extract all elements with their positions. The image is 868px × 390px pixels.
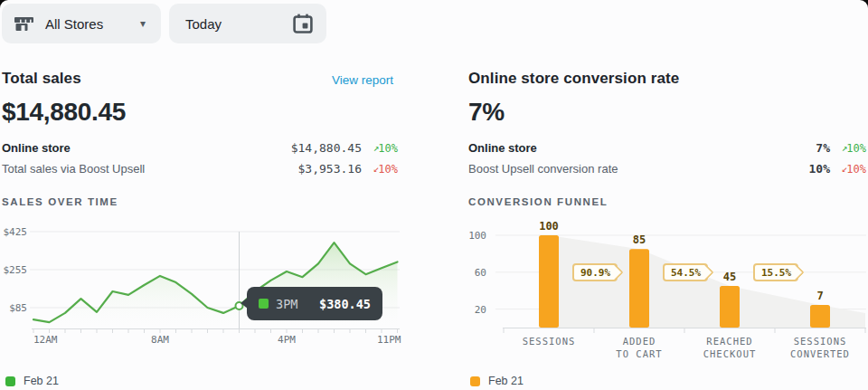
funnel-bar xyxy=(810,305,830,328)
category-label: SESSIONS xyxy=(523,336,576,347)
sales-legend-label: Feb 21 xyxy=(24,375,59,387)
tooltip-time-label: 3PM xyxy=(276,297,297,311)
chart-tooltip: 3PM $380.45 xyxy=(247,287,382,320)
metric-row-boost-upsell-sales: Total sales via Boost Upsell $3,953.16 ↙… xyxy=(2,158,398,179)
funnel-legend-label: Feb 21 xyxy=(488,375,524,387)
metric-delta: ↗10% xyxy=(362,142,398,155)
metric-row-online-store-rate: Online store 7% ↗10% xyxy=(468,138,866,158)
metric-delta: ↗10% xyxy=(830,142,866,155)
x-axis-label: 12AM xyxy=(33,334,58,346)
x-axis-label: 8AM xyxy=(151,334,169,346)
delta-value: 10% xyxy=(846,142,866,155)
view-report-link[interactable]: View report xyxy=(332,73,393,87)
store-selector[interactable]: All Stores ▾ xyxy=(2,4,161,43)
delta-value: 10% xyxy=(378,142,398,155)
store-selector-label: All Stores xyxy=(45,16,103,32)
metric-delta: ↙10% xyxy=(362,163,398,176)
conversion-funnel-chart[interactable]: 100602010085457SESSIONSADDEDTO CARTREACH… xyxy=(468,220,868,365)
sales-legend: Feb 21 xyxy=(5,375,59,387)
metric-label: Online store xyxy=(468,141,537,155)
store-icon xyxy=(14,14,34,34)
dashboard: All Stores ▾ Today Total sales View repo… xyxy=(0,0,868,390)
sales-legend-swatch xyxy=(5,376,15,386)
category-label: CONVERTED xyxy=(790,348,850,359)
conversion-card-title: Online store conversion rate xyxy=(468,70,679,88)
funnel-bar xyxy=(629,249,649,328)
category-label: SESSIONS xyxy=(794,336,847,347)
metric-value: $14,880.45 xyxy=(71,141,362,155)
drop-rate-value: 90.9% xyxy=(580,267,610,279)
funnel-bar xyxy=(720,286,740,328)
y-axis-label: $255 xyxy=(4,264,28,276)
metric-delta: ↙10% xyxy=(830,163,866,176)
y-axis-label: $425 xyxy=(4,226,28,238)
metric-label: Online store xyxy=(2,141,71,155)
metric-row-online-store-sales: Online store $14,880.45 ↗10% xyxy=(2,138,398,158)
y-axis-label: 20 xyxy=(475,304,486,316)
category-label: ADDED xyxy=(623,336,656,347)
funnel-drop-badge: 15.5% xyxy=(753,263,798,281)
date-selector[interactable]: Today xyxy=(169,4,326,43)
drop-rate-value: 54.5% xyxy=(671,267,701,279)
calendar-icon xyxy=(291,12,315,35)
tooltip-series-swatch xyxy=(259,299,269,309)
funnel-section-title: CONVERSION FUNNEL xyxy=(468,196,608,207)
y-axis-label: 60 xyxy=(475,267,486,279)
metric-value: 7% xyxy=(537,141,830,155)
sales-card-title: Total sales xyxy=(2,70,81,88)
conversion-metric-rows: Online store 7% ↗10% Boost Upsell conver… xyxy=(468,138,866,179)
category-label: TO CART xyxy=(616,348,662,359)
category-label: REACHED xyxy=(706,336,752,347)
y-axis-label: $85 xyxy=(9,302,27,314)
drop-rate-value: 15.5% xyxy=(761,267,791,279)
category-label: CHECKOUT xyxy=(703,348,757,359)
funnel-drop-badge: 90.9% xyxy=(572,263,618,281)
bar-value-label: 7 xyxy=(816,290,823,302)
metric-label: Boost Upsell conversion rate xyxy=(468,162,618,176)
delta-value: 10% xyxy=(846,163,866,176)
y-axis-label: 100 xyxy=(468,230,486,242)
tooltip-value: $380.45 xyxy=(319,297,371,311)
analytics-page: All Stores ▾ Today Total sales View repo… xyxy=(0,0,868,390)
funnel-bar xyxy=(539,235,559,328)
funnel-legend-swatch xyxy=(470,376,480,386)
sales-section-title: SALES OVER TIME xyxy=(2,196,118,207)
funnel-drop-badge: 54.5% xyxy=(663,263,708,281)
conversion-rate-value: 7% xyxy=(468,98,505,127)
total-sales-value: $14,880.45 xyxy=(2,98,126,127)
x-axis-label: 11PM xyxy=(377,334,401,346)
chevron-down-icon: ▾ xyxy=(140,17,146,30)
x-axis-label: 4PM xyxy=(278,334,296,346)
bar-value-label: 45 xyxy=(723,271,736,283)
metric-value: 10% xyxy=(618,162,830,176)
bar-value-label: 100 xyxy=(539,220,559,233)
funnel-legend: Feb 21 xyxy=(470,375,524,387)
metric-row-boost-upsell-rate: Boost Upsell conversion rate 10% ↙10% xyxy=(468,158,866,179)
bar-value-label: 85 xyxy=(633,233,646,246)
delta-value: 10% xyxy=(378,163,398,176)
metric-label: Total sales via Boost Upsell xyxy=(2,162,145,176)
metric-value: $3,953.16 xyxy=(145,162,362,176)
sales-metric-rows: Online store $14,880.45 ↗10% Total sales… xyxy=(2,138,398,179)
date-selector-label: Today xyxy=(185,16,222,32)
